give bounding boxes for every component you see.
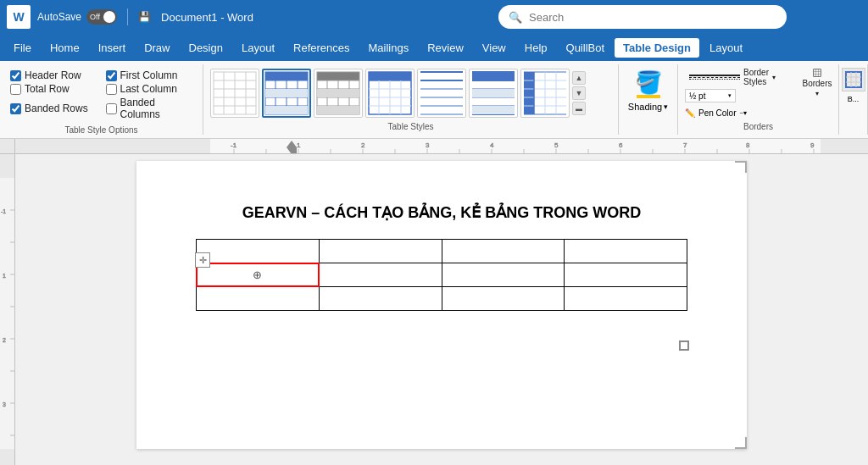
svg-rect-69	[846, 72, 861, 87]
search-input[interactable]	[529, 11, 776, 24]
svg-text:1: 1	[297, 141, 301, 149]
svg-rect-17	[265, 89, 308, 97]
table-style-1[interactable]	[210, 69, 259, 118]
menu-references[interactable]: References	[285, 38, 358, 58]
svg-text:-1: -1	[231, 141, 237, 149]
menu-view[interactable]: View	[474, 38, 515, 58]
border-styles-arrow: ▾	[772, 74, 776, 81]
svg-text:4: 4	[490, 141, 494, 149]
table-cell[interactable]	[442, 263, 565, 287]
svg-rect-53	[472, 106, 515, 114]
table-style-5[interactable]	[417, 69, 466, 118]
table-cell[interactable]	[319, 287, 442, 311]
svg-rect-28	[317, 89, 359, 97]
menu-layout[interactable]: Layout	[233, 38, 283, 58]
table-style-3[interactable]	[314, 69, 363, 118]
checkboxes-group: Header Row First Column Total Row Last C…	[7, 64, 196, 120]
table-move-handle[interactable]: ✛	[195, 252, 210, 268]
autosave-section: AutoSave Off	[37, 9, 117, 25]
menu-home[interactable]: Home	[42, 38, 88, 58]
first-column-checkbox[interactable]: First Column	[106, 69, 193, 81]
save-icon[interactable]: 💾	[138, 11, 151, 23]
table-styles-group: ▲ ▼ ▬ Table Styles	[203, 64, 619, 135]
horizontal-ruler: -1 1 2 3 4 5 6 7 8 9	[15, 139, 868, 154]
menu-design[interactable]: Design	[181, 38, 231, 58]
table-cell[interactable]	[565, 263, 687, 287]
menu-quillbot[interactable]: QuillBot	[558, 38, 614, 58]
borders-top-row: Border Styles ▾ ½ pt ▾ ✏️ Pen Color ~▾	[685, 68, 832, 118]
table-row-2: ⊕	[197, 263, 687, 287]
table-cell[interactable]: ⊕	[197, 263, 320, 287]
top-right-handle	[735, 161, 747, 173]
table-resize-handle[interactable]	[679, 340, 689, 351]
table-style-options-label: Table Style Options	[7, 122, 196, 135]
table-style-4[interactable]	[365, 69, 415, 118]
menu-insert[interactable]: Insert	[90, 38, 135, 58]
page-heading: GEARVN – CÁCH TẠO BẢNG, KẺ BẢNG TRONG WO…	[196, 203, 687, 222]
menu-table-design[interactable]: Table Design	[615, 38, 699, 58]
shading-dropdown-arrow[interactable]: ▾	[664, 102, 668, 111]
table-cell[interactable]	[319, 240, 442, 263]
table-style-6[interactable]	[469, 69, 518, 118]
menu-draw[interactable]: Draw	[136, 38, 178, 58]
shading-label: Shading	[628, 102, 662, 112]
bottom-right-handle	[735, 437, 747, 449]
menu-layout2[interactable]: Layout	[701, 38, 751, 58]
scroll-down-btn[interactable]: ▼	[572, 86, 586, 100]
pen-color-label: Pen Color	[698, 108, 736, 118]
table-styles-grid: ▲ ▼ ▬	[210, 68, 611, 119]
document-table: ⊕	[196, 239, 687, 311]
shading-label-row[interactable]: Shading ▾	[628, 102, 668, 112]
svg-text:2: 2	[3, 337, 6, 343]
vertical-ruler: -1 1 2 3 4	[0, 154, 15, 465]
table-cell[interactable]	[442, 287, 565, 311]
total-row-checkbox[interactable]: Total Row	[10, 83, 97, 95]
table-style-7[interactable]	[520, 69, 570, 118]
table-cell[interactable]	[565, 287, 687, 311]
doc-title: Document1 - Word	[161, 11, 253, 24]
pen-icon[interactable]: ✏️	[685, 108, 695, 118]
banded-columns-checkbox[interactable]: Banded Columns	[106, 97, 193, 120]
menu-file[interactable]: File	[5, 38, 40, 58]
svg-rect-54	[524, 72, 534, 114]
table-style-2[interactable]	[262, 69, 311, 118]
autosave-label: AutoSave	[37, 11, 81, 23]
table-cell[interactable]	[565, 240, 687, 263]
banded-rows-checkbox[interactable]: Banded Rows	[10, 97, 97, 120]
border-styles-label: Border Styles	[743, 68, 769, 86]
pen-color-row: ✏️ Pen Color ~▾	[685, 108, 780, 118]
pen-color-arrow[interactable]: ~▾	[739, 109, 747, 117]
svg-text:6: 6	[619, 141, 623, 149]
svg-rect-30	[369, 72, 411, 80]
table-cell[interactable]	[197, 240, 320, 263]
scroll-more-btn[interactable]: ▬	[572, 102, 586, 115]
svg-text:8: 8	[746, 141, 750, 149]
svg-rect-76	[210, 139, 821, 154]
svg-text:9: 9	[810, 141, 815, 149]
scroll-up-btn[interactable]: ▲	[572, 71, 586, 85]
menu-help[interactable]: Help	[516, 38, 556, 58]
svg-rect-8	[265, 72, 308, 80]
svg-text:5: 5	[554, 141, 559, 149]
menu-bar: File Home Insert Draw Design Layout Refe…	[0, 34, 868, 61]
border-styles-button[interactable]: Border Styles ▾	[685, 68, 780, 86]
app-logo: W	[7, 5, 31, 29]
style-scroll-buttons[interactable]: ▲ ▼ ▬	[572, 71, 586, 115]
pen-width-value: ½ pt	[689, 91, 705, 101]
table-cell[interactable]	[442, 240, 565, 263]
extra-border-button[interactable]	[842, 68, 865, 91]
header-row-checkbox[interactable]: Header Row	[10, 69, 97, 81]
shading-button[interactable]: 🪣	[632, 68, 665, 102]
svg-rect-52	[472, 89, 515, 97]
menu-mailings[interactable]: Mailings	[360, 38, 418, 58]
borders-arrow[interactable]: ▾	[815, 90, 819, 97]
table-cell[interactable]	[319, 263, 442, 287]
table-styles-label: Table Styles	[210, 119, 611, 131]
borders-button[interactable]: Borders ▾	[792, 68, 843, 98]
pen-width-select[interactable]: ½ pt ▾	[685, 89, 736, 102]
menu-review[interactable]: Review	[419, 38, 472, 58]
last-column-checkbox[interactable]: Last Column	[106, 83, 193, 95]
split-icon: ⊕	[253, 268, 262, 281]
table-cell[interactable]	[197, 287, 320, 311]
autosave-toggle[interactable]: Off	[86, 9, 117, 25]
